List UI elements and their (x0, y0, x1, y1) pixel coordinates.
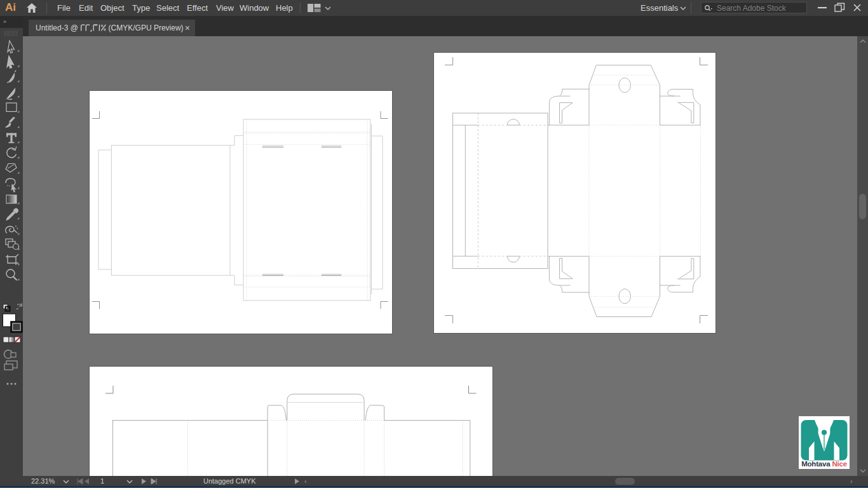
svg-text:Mohtava Nice: Mohtava Nice (801, 460, 847, 468)
